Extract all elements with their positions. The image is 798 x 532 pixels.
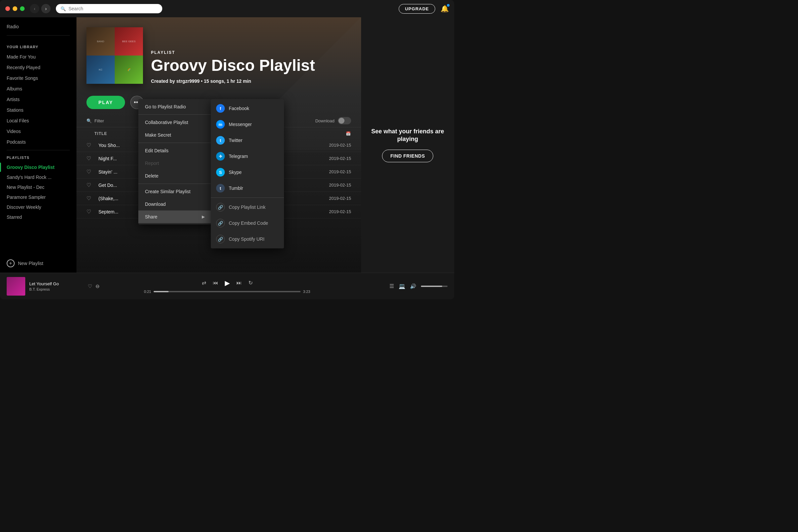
right-panel: See what your friends are playing FIND F… [361,17,454,273]
sidebar-item-recently-played[interactable]: Recently Played [7,62,70,73]
playlist-item-discover[interactable]: Discover Weekly [7,202,70,212]
time-current: 0:21 [144,290,151,293]
sidebar-item-stations[interactable]: Stations [7,105,70,115]
playlist-title: Groovy Disco Playlist [151,57,351,75]
now-playing-artist: B.T. Express [29,287,84,291]
heart-icon[interactable]: ♡ [87,142,94,148]
created-by-text: Created by [151,78,176,84]
sidebar-item-local-files[interactable]: Local Files [7,115,70,126]
sidebar-item-albums[interactable]: Albums [7,83,70,94]
share-item-messenger[interactable]: m Messenger [211,116,284,132]
share-item-twitter[interactable]: t Twitter [211,132,284,148]
heart-icon[interactable]: ♡ [87,195,94,202]
sidebar-item-radio[interactable]: Radio [0,17,76,33]
now-playing-actions: ♡ ⊖ [88,283,100,289]
menu-item-delete[interactable]: Delete [138,170,211,182]
new-playlist-button[interactable]: + New Playlist [0,254,76,273]
titlebar-right: UPGRADE 🔔 [399,4,449,14]
progress-track[interactable] [154,291,300,292]
share-label: Telegram [229,154,248,159]
playlist-item-starred[interactable]: Starred [7,212,70,222]
playlist-item-paramore[interactable]: Paramore Sampler [7,192,70,202]
share-separator [211,197,284,198]
heart-icon[interactable]: ♡ [87,182,94,188]
volume-bar[interactable] [421,286,448,287]
volume-fill [421,286,442,287]
player-controls: ⇄ ⏮ ▶ ⏭ ↻ [202,279,253,287]
menu-label: Create Similar Playlist [145,189,191,194]
col-date-header: 📅 [311,131,351,136]
toggle-thumb [339,118,344,124]
share-item-facebook[interactable]: f Facebook [211,100,284,116]
share-item-tumblr[interactable]: t Tumblr [211,180,284,196]
playlist-count: 15 songs, 1 hr 12 min [204,78,251,84]
sidebar-item-podcasts[interactable]: Podcasts [7,137,70,147]
find-friends-button[interactable]: FIND FRIENDS [382,150,433,162]
notifications-icon[interactable]: 🔔 [440,5,449,13]
menu-item-edit-details[interactable]: Edit Details [138,144,211,157]
messenger-icon: m [216,120,225,129]
back-button[interactable]: ‹ [30,4,39,13]
playlist-type-label: PLAYLIST [151,50,351,55]
minimize-button[interactable] [13,6,17,11]
like-button[interactable]: ♡ [88,283,92,289]
share-label: Copy Playlist Link [229,205,266,210]
sidebar-item-artists[interactable]: Artists [7,94,70,105]
heart-icon[interactable]: ♡ [87,169,94,175]
facebook-icon: f [216,104,225,113]
upgrade-button[interactable]: UPGRADE [399,4,435,14]
playlist-label-groovy: Groovy Disco Playlist [7,162,55,172]
search-bar[interactable]: 🔍 [56,4,162,13]
next-button[interactable]: ⏭ [236,280,242,286]
menu-item-download[interactable]: Download [138,198,211,210]
sidebar-item-videos[interactable]: Videos [7,126,70,137]
devices-icon[interactable]: 💻 [399,283,405,289]
menu-item-collaborative[interactable]: Collaborative Playlist [138,116,211,129]
menu-label: Delete [145,173,158,178]
forward-button[interactable]: › [41,4,51,13]
menu-item-make-secret[interactable]: Make Secret [138,129,211,141]
search-icon: 🔍 [60,6,66,11]
heart-icon[interactable]: ♡ [87,208,94,215]
maximize-button[interactable] [20,6,25,11]
link-icon: 🔗 [216,203,225,211]
play-pause-button[interactable]: ▶ [225,279,230,287]
volume-icon[interactable]: 🔊 [410,283,416,289]
queue-icon[interactable]: ☰ [390,283,394,289]
cover-cell-3: KC [87,56,115,84]
share-item-copy-link[interactable]: 🔗 Copy Playlist Link [211,199,284,215]
share-item-spotify-uri[interactable]: 🔗 Copy Spotify URI [211,231,284,247]
share-item-telegram[interactable]: ✈ Telegram [211,148,284,164]
remove-button[interactable]: ⊖ [95,283,100,289]
playlists-section: PLAYLISTS Groovy Disco Playlist Sandy's … [0,156,76,222]
menu-label: Share [145,214,157,220]
prev-button[interactable]: ⏮ [213,280,218,286]
play-button[interactable]: PLAY [87,96,125,109]
close-button[interactable] [5,6,10,11]
sidebar-item-made-for-you[interactable]: Made For You [7,52,70,62]
repeat-button[interactable]: ↻ [248,280,253,286]
share-item-skype[interactable]: S Skype [211,164,284,180]
download-label: Download [315,118,335,124]
playlist-item-sandy[interactable]: Sandy's Hard Rock ... [7,172,70,182]
filter-icon: 🔍 [87,118,92,124]
sidebar-item-favorite-songs[interactable]: Favorite Songs [7,73,70,83]
cover-cell-4: 🌈 [115,56,143,84]
playlist-cover: BAND BEE GEES KC 🌈 [87,27,143,84]
menu-item-playlist-radio[interactable]: Go to Playlist Radio [138,100,211,113]
playlist-item-new-dec[interactable]: New Playlist - Dec [7,182,70,192]
notification-dot [447,4,450,7]
playlist-item-groovy[interactable]: Groovy Disco Playlist [7,162,70,172]
twitter-icon: t [216,136,225,145]
menu-item-create-similar[interactable]: Create Similar Playlist [138,185,211,198]
heart-icon[interactable]: ♡ [87,155,94,162]
menu-separator-2 [138,142,211,143]
sidebar-divider-2 [7,150,70,150]
player-center: ⇄ ⏮ ▶ ⏭ ↻ 0:21 3:23 [100,279,355,293]
search-input[interactable] [69,6,158,11]
download-switch[interactable] [338,117,351,125]
share-item-embed-code[interactable]: 🔗 Copy Embed Code [211,215,284,231]
shuffle-button[interactable]: ⇄ [202,280,206,286]
menu-item-share[interactable]: Share ▶ [138,210,211,223]
filter-box[interactable]: 🔍 Filter [87,118,104,124]
